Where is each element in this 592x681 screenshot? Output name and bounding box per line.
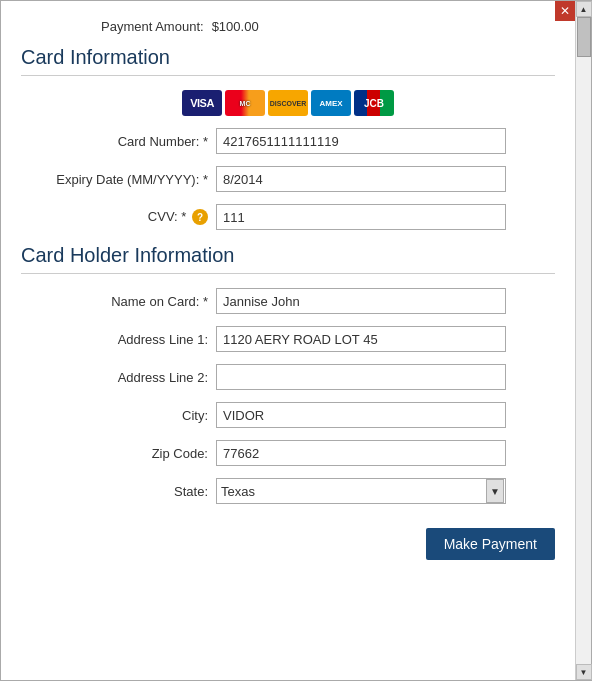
visa-icon: VISA <box>182 90 222 116</box>
card-number-label: Card Number: * <box>21 134 216 149</box>
state-select[interactable]: AlabamaAlaskaArizonaArkansasCaliforniaCo… <box>216 478 506 504</box>
card-icons-row: VISA MC DISCOVER AMEX JCB <box>21 90 555 116</box>
close-button[interactable]: ✕ <box>555 1 575 21</box>
name-on-card-row: Name on Card: * <box>21 288 555 314</box>
city-row: City: <box>21 402 555 428</box>
scroll-thumb-area <box>576 17 591 664</box>
zip-code-input[interactable] <box>216 440 506 466</box>
card-number-input[interactable] <box>216 128 506 154</box>
cvv-help-icon[interactable]: ? <box>192 209 208 225</box>
make-payment-button[interactable]: Make Payment <box>426 528 555 560</box>
scrollbar: ▲ ▼ <box>575 1 591 680</box>
amex-icon: AMEX <box>311 90 351 116</box>
address1-input[interactable] <box>216 326 506 352</box>
address2-label: Address Line 2: <box>21 370 216 385</box>
address2-input[interactable] <box>216 364 506 390</box>
expiry-input[interactable] <box>216 166 506 192</box>
zip-code-label: Zip Code: <box>21 446 216 461</box>
city-input[interactable] <box>216 402 506 428</box>
name-on-card-label: Name on Card: * <box>21 294 216 309</box>
city-label: City: <box>21 408 216 423</box>
cvv-label: CVV: * ? <box>21 209 216 226</box>
scroll-down-arrow[interactable]: ▼ <box>576 664 592 680</box>
cvv-input[interactable] <box>216 204 506 230</box>
expiry-label: Expiry Date (MM/YYYY): * <box>21 172 216 187</box>
address2-row: Address Line 2: <box>21 364 555 390</box>
address1-row: Address Line 1: <box>21 326 555 352</box>
state-select-wrapper: AlabamaAlaskaArizonaArkansasCaliforniaCo… <box>216 478 506 504</box>
mastercard-icon: MC <box>225 90 265 116</box>
card-info-section-title: Card Information <box>21 46 555 76</box>
state-label: State: <box>21 484 216 499</box>
zip-code-row: Zip Code: <box>21 440 555 466</box>
jcb-icon: JCB <box>354 90 394 116</box>
payment-amount-value: $100.00 <box>212 19 259 34</box>
address1-label: Address Line 1: <box>21 332 216 347</box>
card-holder-section-title: Card Holder Information <box>21 244 555 274</box>
card-number-row: Card Number: * <box>21 128 555 154</box>
scroll-up-arrow[interactable]: ▲ <box>576 1 592 17</box>
scroll-thumb[interactable] <box>577 17 591 57</box>
cvv-row: CVV: * ? <box>21 204 555 230</box>
payment-amount-label: Payment Amount: <box>101 19 204 34</box>
name-on-card-input[interactable] <box>216 288 506 314</box>
expiry-row: Expiry Date (MM/YYYY): * <box>21 166 555 192</box>
discover-icon: DISCOVER <box>268 90 308 116</box>
state-row: State: AlabamaAlaskaArizonaArkansasCalif… <box>21 478 555 504</box>
